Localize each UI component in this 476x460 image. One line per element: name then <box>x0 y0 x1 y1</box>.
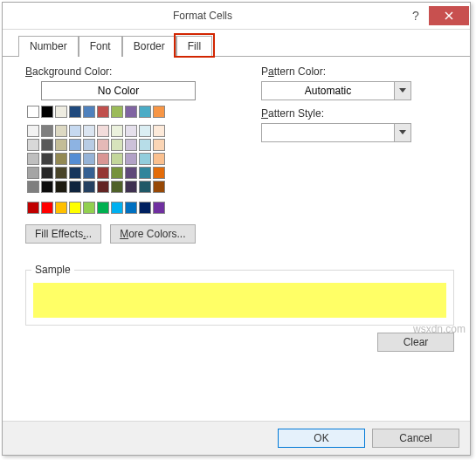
color-swatch[interactable] <box>97 153 109 165</box>
color-swatch[interactable] <box>41 106 53 118</box>
color-swatch[interactable] <box>83 106 95 118</box>
color-swatch[interactable] <box>153 181 165 193</box>
chevron-down-icon <box>394 82 410 100</box>
color-swatch[interactable] <box>69 181 81 193</box>
fill-panel: Background Color: No Color Fill Effects.… <box>3 57 470 421</box>
color-swatch[interactable] <box>69 153 81 165</box>
tab-number[interactable]: Number <box>18 36 79 57</box>
color-swatch[interactable] <box>55 202 67 214</box>
sample-swatch <box>33 283 446 318</box>
color-swatch[interactable] <box>139 139 151 151</box>
color-swatch[interactable] <box>41 153 53 165</box>
color-swatch[interactable] <box>27 153 39 165</box>
color-swatch[interactable] <box>125 125 137 137</box>
color-swatch[interactable] <box>125 153 137 165</box>
color-swatch[interactable] <box>83 125 95 137</box>
color-swatch[interactable] <box>139 125 151 137</box>
pattern-style-value <box>262 124 394 141</box>
cancel-button[interactable]: Cancel <box>372 429 459 448</box>
color-swatch[interactable] <box>153 139 165 151</box>
tabbar: Number Font Border Fill <box>3 30 470 57</box>
color-swatch[interactable] <box>153 106 165 118</box>
tab-fill[interactable]: Fill <box>176 36 212 57</box>
tab-border[interactable]: Border <box>122 36 176 57</box>
pattern-style-dropdown[interactable] <box>261 123 411 142</box>
color-swatch[interactable] <box>27 202 39 214</box>
color-swatch[interactable] <box>41 181 53 193</box>
color-swatch[interactable] <box>55 139 67 151</box>
color-swatch[interactable] <box>41 125 53 137</box>
color-swatch[interactable] <box>27 139 39 151</box>
color-swatch[interactable] <box>111 125 123 137</box>
color-swatch[interactable] <box>153 153 165 165</box>
color-swatch[interactable] <box>55 106 67 118</box>
color-swatch[interactable] <box>111 181 123 193</box>
color-swatch[interactable] <box>97 139 109 151</box>
fill-effects-button[interactable]: Fill Effects... <box>25 224 101 244</box>
color-swatch[interactable] <box>153 202 165 214</box>
color-swatch[interactable] <box>83 167 95 179</box>
dialog-title: Format Cells <box>3 10 403 22</box>
color-swatch[interactable] <box>41 139 53 151</box>
button-bar: OK Cancel <box>3 421 470 455</box>
color-swatch[interactable] <box>55 125 67 137</box>
color-swatch[interactable] <box>55 153 67 165</box>
color-swatch[interactable] <box>97 125 109 137</box>
color-swatch[interactable] <box>111 167 123 179</box>
background-color-label: Background Color: <box>25 65 244 78</box>
close-button[interactable] <box>429 6 469 25</box>
color-swatch[interactable] <box>27 106 39 118</box>
ok-button[interactable]: OK <box>278 429 365 448</box>
color-swatch[interactable] <box>125 202 137 214</box>
color-swatch[interactable] <box>111 153 123 165</box>
more-colors-button[interactable]: More Colors... <box>110 224 195 244</box>
color-swatch[interactable] <box>27 167 39 179</box>
color-swatch[interactable] <box>125 106 137 118</box>
color-swatch[interactable] <box>125 181 137 193</box>
color-swatch[interactable] <box>97 167 109 179</box>
color-swatch[interactable] <box>83 202 95 214</box>
color-swatch[interactable] <box>41 167 53 179</box>
color-swatch[interactable] <box>153 125 165 137</box>
help-button[interactable]: ? <box>403 5 429 26</box>
pattern-style-label: Pattern Style: <box>261 107 454 120</box>
color-swatch[interactable] <box>111 139 123 151</box>
color-palette <box>27 106 244 214</box>
color-swatch[interactable] <box>139 181 151 193</box>
color-swatch[interactable] <box>83 181 95 193</box>
color-swatch[interactable] <box>27 125 39 137</box>
color-swatch[interactable] <box>83 153 95 165</box>
color-swatch[interactable] <box>69 167 81 179</box>
color-swatch[interactable] <box>69 106 81 118</box>
color-swatch[interactable] <box>139 106 151 118</box>
sample-label: Sample <box>31 264 74 276</box>
color-swatch[interactable] <box>139 153 151 165</box>
color-swatch[interactable] <box>153 167 165 179</box>
color-swatch[interactable] <box>69 125 81 137</box>
no-color-button[interactable]: No Color <box>41 81 196 100</box>
color-swatch[interactable] <box>139 167 151 179</box>
pattern-color-value: Automatic <box>262 82 394 100</box>
color-swatch[interactable] <box>69 202 81 214</box>
color-swatch[interactable] <box>69 139 81 151</box>
clear-button[interactable]: Clear <box>377 333 454 352</box>
color-swatch[interactable] <box>111 202 123 214</box>
color-swatch[interactable] <box>97 181 109 193</box>
color-swatch[interactable] <box>41 202 53 214</box>
color-swatch[interactable] <box>111 106 123 118</box>
color-swatch[interactable] <box>139 202 151 214</box>
color-swatch[interactable] <box>55 167 67 179</box>
tab-fill-label: Fill <box>188 40 201 52</box>
color-swatch[interactable] <box>27 181 39 193</box>
color-swatch[interactable] <box>125 167 137 179</box>
color-swatch[interactable] <box>97 106 109 118</box>
color-swatch[interactable] <box>125 139 137 151</box>
pattern-color-label: Pattern Color: <box>261 65 454 78</box>
chevron-down-icon <box>394 124 410 141</box>
close-icon <box>445 11 453 20</box>
pattern-color-dropdown[interactable]: Automatic <box>261 81 411 100</box>
color-swatch[interactable] <box>55 181 67 193</box>
color-swatch[interactable] <box>83 139 95 151</box>
tab-font[interactable]: Font <box>79 36 122 57</box>
color-swatch[interactable] <box>97 202 109 214</box>
